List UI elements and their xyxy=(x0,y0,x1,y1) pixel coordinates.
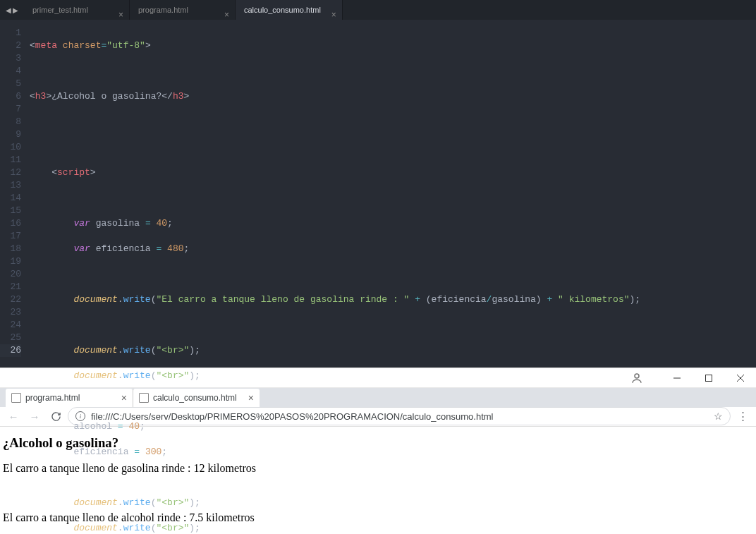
close-icon[interactable]: × xyxy=(121,392,127,403)
token: alcohol xyxy=(73,421,112,432)
code-editor: ◀ ▶ primer_test.html × programa.html × c… xyxy=(0,0,756,368)
token: meta xyxy=(35,40,57,51)
token: eficiencia xyxy=(73,447,128,457)
token: document xyxy=(73,523,117,533)
close-icon[interactable]: × xyxy=(248,392,254,403)
code-body[interactable]: <meta charset="utf-8"> <h3>¿Alcohol o ga… xyxy=(30,27,756,534)
token: document xyxy=(73,497,117,508)
close-icon[interactable]: × xyxy=(331,5,336,25)
token: script xyxy=(57,167,90,178)
document-icon xyxy=(11,393,21,403)
token: eficiencia xyxy=(432,294,487,305)
editor-tab-calculo-consumo[interactable]: calculo_consumo.html × xyxy=(236,0,343,20)
browser-tab-label: calculo_consumo.html xyxy=(153,393,237,403)
editor-tab-primer-test[interactable]: primer_test.html × xyxy=(24,0,130,20)
token: gasolina xyxy=(96,218,140,229)
tab-label: primer_test.html xyxy=(32,6,88,14)
back-icon[interactable]: ◀ xyxy=(6,6,11,14)
editor-tab-programa[interactable]: programa.html × xyxy=(130,0,236,20)
token: " kilometros" xyxy=(558,294,629,305)
code-area[interactable]: 1234567891011121314151617181920212223242… xyxy=(0,20,756,534)
token: 480 xyxy=(167,243,183,254)
browser-tab-programa[interactable]: programa.html × xyxy=(6,389,133,407)
browser-tab-calculo[interactable]: calculo_consumo.html × xyxy=(133,389,260,407)
token: "utf-8" xyxy=(106,40,145,51)
token: "<br>" xyxy=(156,370,189,381)
close-icon[interactable]: × xyxy=(224,5,229,25)
token: write xyxy=(123,497,151,508)
token: write xyxy=(123,523,151,533)
token: 300 xyxy=(145,447,161,457)
token: "<br>" xyxy=(156,345,189,356)
token: ¿Alcohol o gasolina? xyxy=(51,91,161,102)
token: document xyxy=(73,370,117,381)
token: gasolina xyxy=(492,294,535,305)
token: 40 xyxy=(128,421,140,432)
token: "<br>" xyxy=(156,497,189,508)
token: h3 xyxy=(35,91,47,102)
token: var xyxy=(73,218,90,229)
close-icon[interactable]: × xyxy=(118,5,123,25)
token: write xyxy=(123,370,151,381)
token: document xyxy=(73,345,117,356)
token: var xyxy=(73,243,90,254)
token: document xyxy=(73,294,117,305)
token: "<br>" xyxy=(156,523,189,533)
token: h3 xyxy=(173,91,184,102)
document-icon xyxy=(139,393,149,403)
editor-tab-bar: ◀ ▶ primer_test.html × programa.html × c… xyxy=(0,0,756,20)
forward-icon[interactable]: ▶ xyxy=(13,6,18,14)
token: eficiencia xyxy=(96,243,151,254)
tab-label: programa.html xyxy=(138,6,188,14)
token: write xyxy=(123,294,151,305)
tab-label: calculo_consumo.html xyxy=(244,6,321,14)
token: charset xyxy=(63,40,102,51)
browser-tab-label: programa.html xyxy=(25,393,80,403)
token: "El carro a tanque lleno de gasolina rin… xyxy=(156,294,409,305)
back-button[interactable]: ← xyxy=(4,407,23,425)
nav-arrows: ◀ ▶ xyxy=(0,6,24,14)
token: write xyxy=(123,345,151,356)
token: 40 xyxy=(157,218,168,229)
